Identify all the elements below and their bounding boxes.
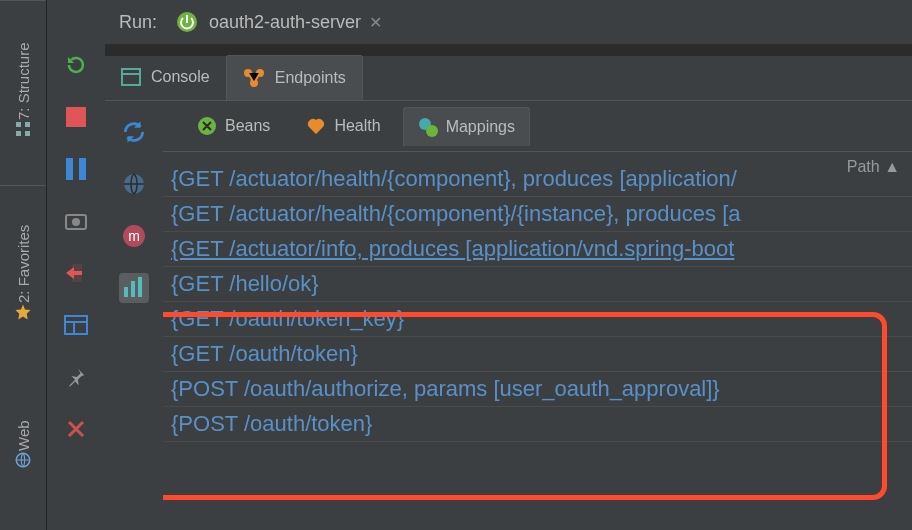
svg-rect-22 bbox=[124, 287, 128, 297]
close-button[interactable] bbox=[61, 414, 91, 444]
table-row[interactable]: {GET /actuator/health/{component}, produ… bbox=[163, 162, 912, 197]
run-label: Run: bbox=[119, 12, 157, 33]
console-icon bbox=[121, 68, 141, 86]
svg-rect-14 bbox=[122, 69, 140, 85]
stats-icon-button[interactable] bbox=[119, 273, 149, 303]
run-config-name[interactable]: oauth2-auth-server bbox=[209, 12, 361, 33]
run-output-tabs: Console Endpoints bbox=[105, 56, 912, 100]
svg-text:m: m bbox=[128, 228, 140, 244]
endpoints-content: Beans Health Mappings Path ▲ bbox=[163, 101, 912, 530]
endpoints-subtabs: Beans Health Mappings bbox=[163, 101, 912, 151]
svg-rect-10 bbox=[65, 316, 87, 334]
subtab-label: Mappings bbox=[446, 118, 515, 136]
svg-rect-0 bbox=[16, 122, 21, 127]
table-row[interactable]: {GET /oauth/token_key} bbox=[163, 302, 912, 337]
mappings-icon bbox=[418, 117, 438, 137]
globe-icon bbox=[14, 451, 32, 469]
svg-rect-1 bbox=[25, 122, 30, 127]
tool-window-rail: 7: Structure 2: Favorites Web bbox=[0, 0, 47, 530]
table-row[interactable]: {GET /oauth/token} bbox=[163, 337, 912, 372]
pin-button[interactable] bbox=[61, 362, 91, 392]
http-icon-button[interactable] bbox=[119, 169, 149, 199]
svg-point-27 bbox=[426, 125, 438, 137]
rail-tab-favorites[interactable]: 2: Favorites bbox=[0, 185, 46, 366]
tab-label: Endpoints bbox=[275, 69, 346, 87]
table-row[interactable]: {GET /actuator/health/{component}/{insta… bbox=[163, 197, 912, 232]
exit-button[interactable] bbox=[61, 258, 91, 288]
rail-tab-label: Web bbox=[15, 420, 32, 451]
endpoints-icon bbox=[243, 68, 265, 88]
rail-tab-web[interactable]: Web bbox=[0, 365, 46, 530]
svg-rect-2 bbox=[16, 131, 21, 136]
beans-icon bbox=[197, 116, 217, 136]
subtab-beans[interactable]: Beans bbox=[183, 107, 284, 145]
subtab-health[interactable]: Health bbox=[292, 107, 394, 145]
rail-tab-structure[interactable]: 7: Structure bbox=[0, 0, 46, 186]
table-row[interactable]: {GET /hello/ok} bbox=[163, 267, 912, 302]
tab-label: Console bbox=[151, 68, 210, 86]
structure-icon bbox=[14, 120, 32, 138]
tab-endpoints[interactable]: Endpoints bbox=[226, 55, 363, 100]
svg-rect-23 bbox=[131, 281, 135, 297]
rerun-button[interactable] bbox=[61, 50, 91, 80]
svg-rect-6 bbox=[66, 158, 73, 180]
run-action-toolbar bbox=[47, 0, 105, 530]
mappings-table: Path ▲ {GET /actuator/health/{component}… bbox=[163, 151, 912, 530]
run-header: Run: oauth2-auth-server ✕ bbox=[105, 0, 912, 56]
endpoints-side-toolbar: m bbox=[105, 101, 163, 530]
dump-threads-button[interactable] bbox=[61, 206, 91, 236]
svg-rect-5 bbox=[66, 107, 86, 127]
svg-rect-3 bbox=[25, 131, 30, 136]
table-row[interactable]: {GET /actuator/info, produces [applicati… bbox=[163, 232, 912, 267]
subtab-mappings[interactable]: Mappings bbox=[403, 107, 530, 146]
table-row[interactable]: {POST /oauth/authorize, params [user_oau… bbox=[163, 372, 912, 407]
tab-console[interactable]: Console bbox=[105, 55, 226, 100]
star-icon bbox=[14, 303, 32, 321]
layout-button[interactable] bbox=[61, 310, 91, 340]
subtab-label: Beans bbox=[225, 117, 270, 135]
health-icon bbox=[306, 116, 326, 136]
spring-boot-icon bbox=[175, 10, 199, 34]
pause-button[interactable] bbox=[61, 154, 91, 184]
table-row[interactable]: {POST /oauth/token} bbox=[163, 407, 912, 442]
rail-tab-label: 7: Structure bbox=[15, 43, 32, 121]
m-icon-button[interactable]: m bbox=[119, 221, 149, 251]
subtab-label: Health bbox=[334, 117, 380, 135]
run-tool-window: Run: oauth2-auth-server ✕ Console Endpoi… bbox=[105, 0, 912, 530]
svg-point-9 bbox=[72, 218, 80, 226]
refresh-button[interactable] bbox=[119, 117, 149, 147]
svg-rect-24 bbox=[138, 277, 142, 297]
stop-button[interactable] bbox=[61, 102, 91, 132]
rail-tab-label: 2: Favorites bbox=[15, 225, 32, 303]
svg-rect-7 bbox=[79, 158, 86, 180]
close-run-tab[interactable]: ✕ bbox=[369, 13, 382, 32]
